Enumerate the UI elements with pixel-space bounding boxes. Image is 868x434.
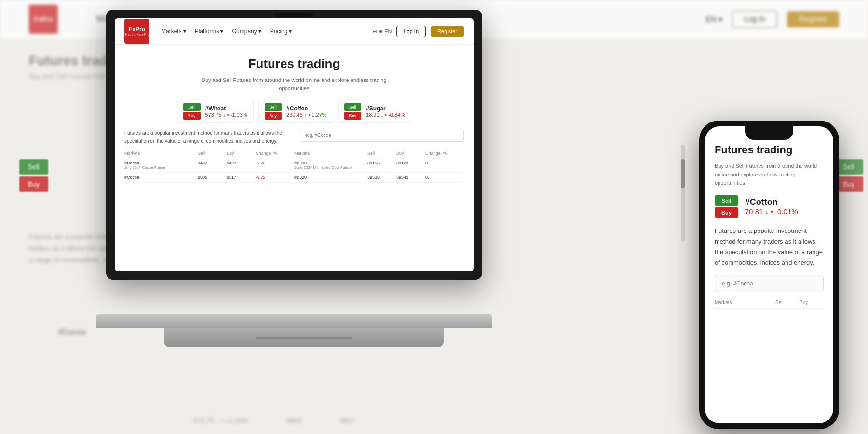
laptop-lang[interactable]: ⊕ ⊕ EN xyxy=(373,28,392,35)
laptop-trackpad-line xyxy=(256,337,352,339)
laptop-search-input[interactable] xyxy=(299,129,464,142)
left-partial-card: Sell Buy xyxy=(19,159,48,192)
laptop-commodity-sugar: Sell Buy #Sugar 18.91 ↓ • -0.84% xyxy=(338,100,411,123)
laptop-coffee-sell[interactable]: Sell xyxy=(265,103,282,111)
laptop-description: Futures are a popular investment method … xyxy=(124,129,289,145)
laptop-nav-pricing[interactable]: Pricing ▾ xyxy=(270,28,292,35)
laptop-sugar-btns: Sell Buy xyxy=(344,103,362,120)
phone-commodity-cotton: Sell Buy #Cotton 70.81 ↓ • -0.01% xyxy=(715,195,824,218)
bg-bottom-numbers: 573.75 ↓ • +1.03% 8806 8817 xyxy=(193,417,355,424)
table-row: #DJ30 39538 39542 0. xyxy=(294,173,464,183)
laptop-nav-right: ⊕ ⊕ EN Log In Register xyxy=(373,26,464,37)
laptop-sugar-name: #Sugar xyxy=(366,105,405,112)
laptop-commodity-wheat: Sell Buy #Wheat 573.75 ↓ • -1.03% xyxy=(177,100,254,123)
phone-screen: Futures trading Buy and Sell Futures fro… xyxy=(705,126,833,423)
phone-cotton-btns: Sell Buy xyxy=(715,195,738,218)
table-row: #Cocoa 8806 8817 -6.72 xyxy=(124,173,294,183)
laptop-wheat-name: #Wheat xyxy=(205,105,247,112)
laptop-navbar: FxPro Trade Like a Pro Markets ▾ Platfor… xyxy=(115,18,474,45)
bg-register-btn: Register xyxy=(787,11,839,27)
laptop-table-right: Markets Sell Buy Change, % #DJ30 June 20… xyxy=(294,149,464,183)
table-row: #DJ30 June 2024 Mini-sized Dow Future 39… xyxy=(294,158,464,173)
phone-hero-subtitle: Buy and Sell Futures from around the wor… xyxy=(715,162,824,188)
laptop-bezel: FxPro Trade Like a Pro Markets ▾ Platfor… xyxy=(106,10,482,280)
phone-cotton-sell[interactable]: Sell xyxy=(715,195,738,206)
phone-device: Futures trading Buy and Sell Futures fro… xyxy=(699,121,839,429)
laptop-wheat-btns: Sell Buy xyxy=(183,103,201,120)
phone-cotton-name: #Cotton xyxy=(745,197,798,207)
laptop-search-area xyxy=(299,129,464,145)
laptop-sugar-buy[interactable]: Buy xyxy=(344,112,362,120)
phone-cotton-price: 70.81 ↓ • -0.01% xyxy=(745,207,798,216)
phone-search-input[interactable] xyxy=(715,275,824,292)
laptop-coffee-price: 230.45 ↑ • 1.27% xyxy=(286,112,326,118)
laptop-base xyxy=(96,314,492,328)
bg-logo-icon: FxPro xyxy=(29,5,58,34)
laptop-hero-title: Futures trading xyxy=(124,56,464,71)
laptop-commodity-coffee: Sell Buy #Coffee 230.45 ↑ • 1.27% xyxy=(258,100,333,123)
phone-table-header: Markets Sell Buy xyxy=(715,297,824,309)
phone-hero-title: Futures trading xyxy=(715,144,824,156)
phone-cotton-buy[interactable]: Buy xyxy=(715,207,738,218)
laptop-wheat-buy[interactable]: Buy xyxy=(183,112,201,120)
globe-icon: ⊕ xyxy=(373,28,377,35)
laptop-hero-subtitle: Buy and Sell Futures from around the wor… xyxy=(124,76,464,92)
laptop-coffee-name: #Coffee xyxy=(286,105,326,112)
laptop-sugar-info: #Sugar 18.91 ↓ • -0.84% xyxy=(366,105,405,118)
laptop-hero: Futures trading Buy and Sell Futures fro… xyxy=(115,45,474,100)
bg-num-3: 8817 xyxy=(340,417,355,424)
bg-num-2: 8806 xyxy=(286,417,301,424)
scroll-hint xyxy=(681,145,685,241)
laptop-table-left: Markets Sell Buy Change, % #Cocoa July 2… xyxy=(124,149,294,183)
laptop-table-header: Markets Sell Buy Change, % xyxy=(124,149,294,158)
phone-cotton-info: #Cotton 70.81 ↓ • -0.01% xyxy=(745,197,798,216)
laptop-device: FxPro Trade Like a Pro Markets ▾ Platfor… xyxy=(106,10,502,357)
left-sell-btn: Sell xyxy=(19,159,48,175)
bg-nav-right: EN ▾ Log In Register xyxy=(705,11,839,28)
laptop-login-button[interactable]: Log In xyxy=(396,26,426,37)
scroll-thumb xyxy=(681,159,685,188)
laptop-nav-platforms[interactable]: Platforms ▾ xyxy=(195,28,224,35)
laptop-sugar-price: 18.91 ↓ • -0.84% xyxy=(366,112,405,118)
phone-content: Futures trading Buy and Sell Futures fro… xyxy=(705,126,833,423)
bg-login-btn: Log In xyxy=(732,11,777,28)
laptop-nav-markets[interactable]: Markets ▾ xyxy=(161,28,186,35)
laptop-table-header-right: Markets Sell Buy Change, % xyxy=(294,149,464,158)
bg-cocoa-label: #Cocoa xyxy=(58,328,86,337)
laptop-coffee-btns: Sell Buy xyxy=(265,103,282,120)
laptop-coffee-buy[interactable]: Buy xyxy=(265,112,282,120)
laptop-logo: FxPro Trade Like a Pro xyxy=(124,19,149,44)
laptop-nav-items: Markets ▾ Platforms ▾ Company ▾ Pricing … xyxy=(161,28,365,35)
table-row: #Cocoa July 2024 Cocoa Future 9403 9423 … xyxy=(124,158,294,173)
laptop-coffee-info: #Coffee 230.45 ↑ • 1.27% xyxy=(286,105,326,118)
laptop-notch xyxy=(275,13,313,17)
phone-notch xyxy=(745,126,793,140)
left-buy-btn: Buy xyxy=(19,176,48,192)
laptop-wheat-info: #Wheat 573.75 ↓ • -1.03% xyxy=(205,105,247,118)
bg-lang: EN ▾ xyxy=(705,15,722,24)
laptop-wheat-sell[interactable]: Sell xyxy=(183,103,201,111)
laptop-nav-company[interactable]: Company ▾ xyxy=(232,28,261,35)
phone-bezel: Futures trading Buy and Sell Futures fro… xyxy=(699,121,839,429)
bg-num-1: 573.75 ↓ • +1.03% xyxy=(193,417,248,424)
laptop-sugar-sell[interactable]: Sell xyxy=(344,103,362,111)
laptop-screen: FxPro Trade Like a Pro Markets ▾ Platfor… xyxy=(115,18,474,271)
laptop-commodity-row: Sell Buy #Wheat 573.75 ↓ • -1.03% xyxy=(115,100,474,129)
laptop-register-button[interactable]: Register xyxy=(431,26,464,37)
laptop-wheat-price: 573.75 ↓ • -1.03% xyxy=(205,112,247,118)
laptop-content-section: Futures are a popular investment method … xyxy=(115,129,474,145)
laptop-foot xyxy=(164,328,444,347)
phone-description: Futures are a popular investment method … xyxy=(715,226,824,268)
